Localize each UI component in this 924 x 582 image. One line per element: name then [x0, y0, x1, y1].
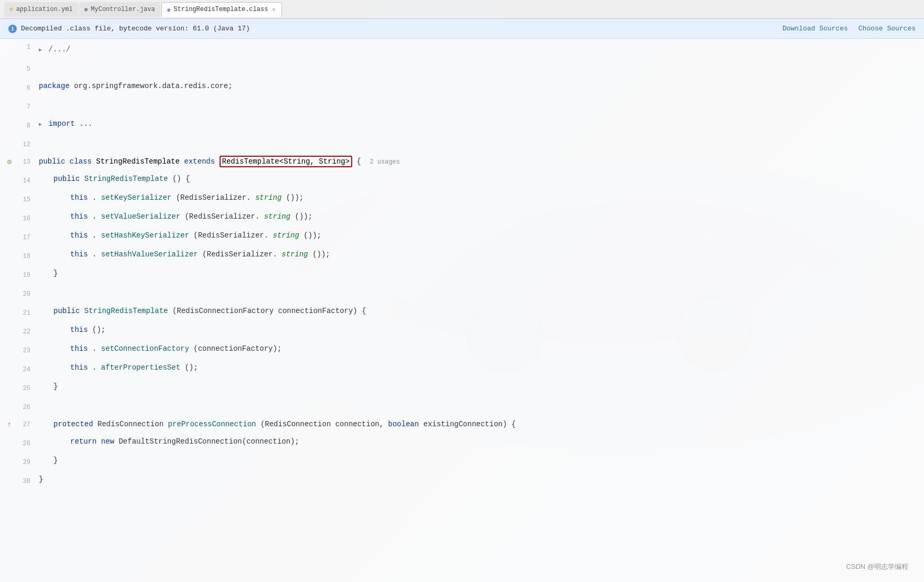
params-18b: ());: [312, 250, 330, 258]
close-tab-icon[interactable]: ✕: [271, 6, 276, 13]
line-number-28: 28: [16, 435, 30, 452]
line-code-14: public StringRedisTemplate () {: [37, 170, 924, 187]
line-number-27: 27: [16, 416, 30, 433]
code-line-13: ◎ 13 public class StringRedisTemplate ex…: [0, 153, 924, 170]
gutter-22: 22: [0, 324, 37, 340]
tab-stringredistemplate-class[interactable]: ◉ StringRedisTemplate.class ✕: [161, 2, 282, 17]
line-number-19: 19: [16, 267, 30, 284]
code-line-29: 29 }: [0, 452, 924, 471]
tab-application-yml[interactable]: ⚙ application.yml: [4, 2, 78, 17]
marker-27: ↑: [5, 421, 14, 429]
code-line-8: 8 ▶ import ...: [0, 115, 924, 134]
line-number-21: 21: [16, 305, 30, 321]
constructor2-sig: (RedisConnectionFactory connectionFactor…: [172, 307, 366, 315]
line-code-1: ▶ /.../: [37, 41, 924, 59]
gutter-21: 21: [0, 305, 37, 321]
line-number-15: 15: [16, 191, 30, 208]
gutter-27: ↑ 27: [0, 416, 37, 433]
method-sethashvalue: setHashValueSerializer: [101, 250, 198, 258]
code-line-14: 14 public StringRedisTemplate () {: [0, 170, 924, 189]
code-line-22: 22 this ();: [0, 321, 924, 340]
dot-17: .: [92, 231, 96, 240]
line-code-21: public StringRedisTemplate (RedisConnect…: [37, 303, 924, 319]
line-code-6: package org.springframework.data.redis.c…: [37, 78, 924, 94]
space-27b: existingConnection) {: [423, 420, 516, 428]
line-number-25: 25: [16, 380, 30, 397]
code-line-30: 30 }: [0, 471, 924, 490]
line-number-16: 16: [16, 210, 30, 227]
space-28b: DefaultStringRedisConnection(connection)…: [118, 437, 299, 446]
choose-sources-link[interactable]: Choose Sources: [858, 25, 916, 33]
line-code-25: }: [37, 378, 924, 395]
line-code-22: this ();: [37, 321, 924, 338]
info-left: i Decompiled .class file, bytecode versi…: [8, 25, 250, 33]
line-code-15: this . setKeySerializer (RedisSerializer…: [37, 189, 924, 206]
gutter-7: 7: [0, 99, 37, 115]
info-message: Decompiled .class file, bytecode version…: [21, 25, 250, 33]
line-number-26: 26: [16, 399, 30, 416]
code-line-26: 26: [0, 397, 924, 416]
line-number-22: 22: [16, 324, 30, 340]
usages-count-13: 2 usages: [369, 158, 400, 166]
line-number-12: 12: [16, 136, 30, 153]
collapse-8-icon[interactable]: ▶: [39, 122, 42, 127]
line-code-12: [37, 134, 924, 151]
gutter-14: 14: [0, 173, 37, 189]
this-call-22: ();: [92, 326, 105, 334]
marker-13: ◎: [5, 158, 14, 166]
gutter-20: 20: [0, 286, 37, 303]
keyword-package: package: [39, 82, 70, 90]
keyword-this-23: this: [70, 344, 88, 353]
keyword-new-28: new: [101, 437, 114, 446]
line-code-8: ▶ import ...: [37, 115, 924, 133]
code-editor: 1 ▶ /.../ 5 6: [0, 39, 924, 582]
keyword-boolean-27: boolean: [388, 420, 419, 428]
keyword-this-17: this: [70, 231, 88, 240]
line-code-29: }: [37, 452, 924, 469]
code-line-18: 18 this . setHashValueSerializer (RedisS…: [0, 246, 924, 265]
gutter-5: 5: [0, 61, 37, 78]
keyword-import: import: [48, 120, 74, 128]
download-sources-link[interactable]: Download Sources: [782, 25, 848, 33]
dot-23: .: [92, 344, 96, 353]
brace-open-13: {: [357, 157, 361, 166]
gutter-15: 15: [0, 191, 37, 208]
class-icon: ◉: [167, 6, 171, 13]
dot-15: .: [92, 193, 96, 202]
gutter-12: 12: [0, 136, 37, 153]
close-brace-outer-30: }: [39, 475, 43, 483]
gutter-25: 25: [0, 380, 37, 397]
gutter-1: 1: [0, 39, 37, 56]
gutter-18: 18: [0, 248, 37, 265]
tab-class-label: StringRedisTemplate.class: [173, 6, 268, 13]
code-line-12: 12: [0, 134, 924, 153]
dot-24: .: [92, 363, 96, 372]
method-setconnfactory: setConnectionFactory: [101, 344, 189, 353]
gutter-29: 29: [0, 454, 37, 471]
tab-mycontroller-java[interactable]: ◉ MyController.java: [79, 2, 160, 17]
info-right: Download Sources Choose Sources: [782, 25, 916, 33]
gutter-30: 30: [0, 473, 37, 490]
space-27a: RedisConnection: [97, 420, 168, 428]
collapse-1-icon[interactable]: ▶: [39, 47, 42, 53]
constructor2-name: StringRedisTemplate: [84, 307, 168, 315]
method-setvalue: setValueSerializer: [101, 212, 180, 221]
method-string-16: string: [264, 212, 290, 221]
params-15a: (RedisSerializer.: [176, 193, 251, 202]
line-code-30: }: [37, 471, 924, 488]
keyword-this-16: this: [70, 212, 88, 221]
line-number-5: 5: [16, 61, 30, 78]
method-setkey: setKeySerializer: [101, 193, 171, 202]
keyword-return-28: return: [70, 437, 96, 446]
line-code-17: this . setHashKeySerializer (RedisSerial…: [37, 227, 924, 244]
dot-18: .: [92, 250, 96, 258]
code-line-1: 1 ▶ /.../: [0, 39, 924, 59]
collapsed-text-1: /.../: [48, 45, 70, 53]
gutter-28: 28: [0, 435, 37, 452]
code-line-24: 24 this . afterPropertiesSet ();: [0, 359, 924, 378]
tab-bar: ⚙ application.yml ◉ MyController.java ◉ …: [0, 0, 924, 19]
dot-16: .: [92, 212, 96, 221]
line-number-1: 1: [16, 39, 30, 56]
code-line-16: 16 this . setValueSerializer (RedisSeria…: [0, 208, 924, 227]
gutter-13: ◎ 13: [0, 154, 37, 170]
